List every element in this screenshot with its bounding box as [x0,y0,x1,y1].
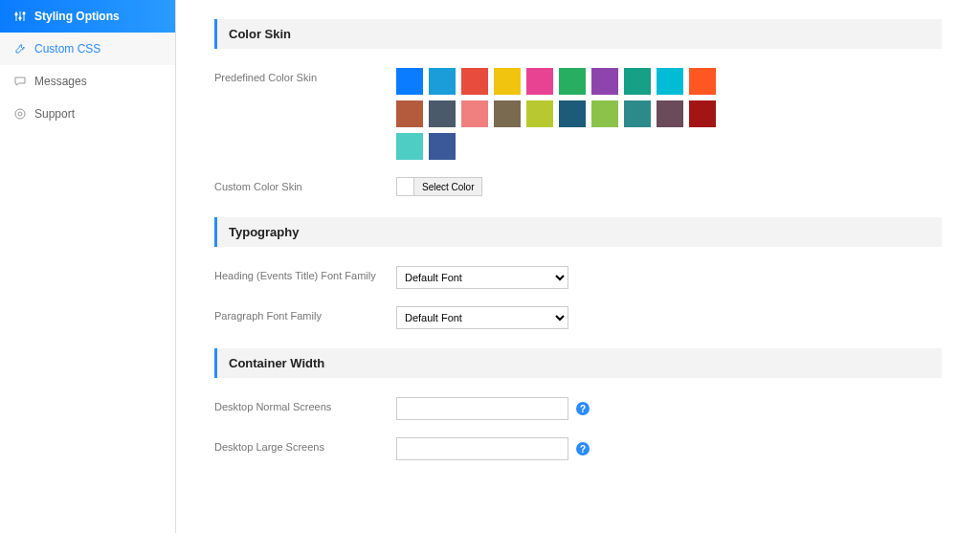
svg-point-5 [23,12,25,14]
sliders-icon [13,10,27,23]
help-icon[interactable]: ? [576,402,590,415]
field-desktop-large: Desktop Large Screens ? [214,437,942,460]
field-label: Heading (Events Title) Font Family [214,266,396,281]
sidebar-item-label: Support [34,107,75,121]
desktop-large-input[interactable] [396,437,568,460]
color-swatch[interactable] [559,68,586,95]
section-title-color-skin: Color Skin [214,19,942,49]
color-swatch[interactable] [526,68,553,95]
field-label: Custom Color Skin [214,177,396,192]
field-heading-font: Heading (Events Title) Font Family Defau… [214,266,942,289]
chat-icon [13,75,27,88]
field-label: Predefined Color Skin [214,68,396,83]
color-swatch[interactable] [689,100,716,127]
color-swatch[interactable] [396,68,423,95]
color-swatches [396,68,741,160]
color-swatch[interactable] [494,100,521,127]
section-title-typography: Typography [214,217,942,247]
color-swatch[interactable] [396,100,423,127]
field-label: Paragraph Font Family [214,306,396,322]
section-title-container-width: Container Width [214,348,942,378]
color-swatch[interactable] [396,133,423,160]
field-custom-color-skin: Custom Color Skin Select Color [214,177,942,198]
sidebar-item-label: Messages [34,75,87,88]
sidebar-item-label: Custom CSS [34,42,100,56]
help-icon[interactable]: ? [576,442,590,455]
field-desktop-normal: Desktop Normal Screens ? [214,397,942,420]
paragraph-font-select[interactable]: Default Font [396,306,568,329]
color-swatch[interactable] [591,100,618,127]
color-swatch[interactable] [461,100,488,127]
main-content: Color Skin Predefined Color Skin Custom … [176,0,980,533]
color-swatch[interactable] [657,100,683,127]
heading-font-select[interactable]: Default Font [396,266,568,289]
life-ring-icon [13,107,27,121]
color-preview-swatch [397,178,414,195]
sidebar-item-messages[interactable]: Messages [0,65,175,98]
sidebar-item-label: Styling Options [34,10,120,23]
field-paragraph-font: Paragraph Font Family Default Font [214,306,942,329]
color-swatch[interactable] [461,68,488,95]
color-swatch[interactable] [526,100,553,127]
color-swatch[interactable] [559,100,586,127]
color-swatch[interactable] [591,68,618,95]
sidebar: Styling Options Custom CSS Messages Supp… [0,0,176,533]
section-color-skin: Color Skin Predefined Color Skin Custom … [214,19,942,198]
desktop-normal-input[interactable] [396,397,568,420]
select-color-button[interactable]: Select Color [396,177,482,196]
color-swatch[interactable] [657,68,683,95]
svg-point-4 [19,17,21,19]
color-swatch[interactable] [494,68,521,95]
section-container-width: Container Width Desktop Normal Screens ?… [214,348,942,460]
button-label: Select Color [414,179,481,195]
sidebar-item-styling-options[interactable]: Styling Options [0,0,175,33]
color-swatch[interactable] [624,68,651,95]
sidebar-item-support[interactable]: Support [0,98,175,130]
color-swatch[interactable] [429,68,456,95]
wrench-icon [13,42,27,56]
field-label: Desktop Large Screens [214,437,396,453]
svg-point-7 [18,112,22,116]
field-predefined-color-skin: Predefined Color Skin [214,68,942,160]
svg-point-6 [15,109,25,119]
color-swatch[interactable] [689,68,716,95]
section-typography: Typography Heading (Events Title) Font F… [214,217,942,329]
color-swatch[interactable] [429,100,456,127]
color-swatch[interactable] [624,100,651,127]
sidebar-item-custom-css[interactable]: Custom CSS [0,33,175,65]
svg-point-3 [15,13,17,15]
field-label: Desktop Normal Screens [214,397,396,412]
color-swatch[interactable] [429,133,456,160]
